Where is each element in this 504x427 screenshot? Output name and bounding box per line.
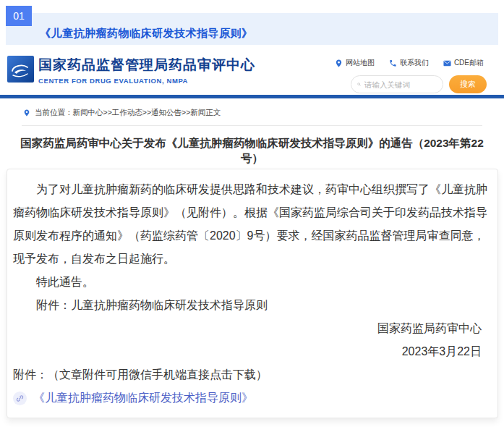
site-brand: 国家药品监督管理局药品审评中心 CENTER FOR DRUG EVALUATI… xyxy=(38,56,255,85)
site-name-en: CENTER FOR DRUG EVALUATION, NMPA xyxy=(38,77,255,85)
promo-band: 《儿童抗肿瘤药物临床研发技术指导原则》 xyxy=(6,13,498,45)
phone-icon xyxy=(389,59,397,67)
search-button[interactable]: 搜索 xyxy=(449,75,487,93)
search-box[interactable] xyxy=(351,75,443,93)
sitemap-link-label: 网站地图 xyxy=(346,58,375,68)
breadcrumb-separator xyxy=(22,125,482,126)
attachment-link-text: 《儿童抗肿瘤药物临床研发技术指导原则》 xyxy=(33,386,253,410)
cde-mail-link[interactable]: CDE邮箱 xyxy=(443,58,484,68)
promo-title: 《儿童抗肿瘤药物临床研发技术指导原则》 xyxy=(6,18,253,41)
header-links: 网站地图 联系我们 CDE邮箱 xyxy=(335,58,484,68)
site-header: 国家药品监督管理局药品审评中心 CENTER FOR DRUG EVALUATI… xyxy=(0,45,504,95)
notice-attachment-line: 附件：儿童抗肿瘤药物临床研发技术指导原则 xyxy=(13,294,487,317)
search-input[interactable] xyxy=(364,80,437,89)
search-row: 搜索 xyxy=(351,75,487,93)
attachment-download-link[interactable]: 《儿童抗肿瘤药物临床研发技术指导原则》 xyxy=(13,386,487,410)
envelope-icon xyxy=(443,59,451,67)
site-name-cn: 国家药品监督管理局药品审评中心 xyxy=(38,56,255,75)
attachment-note: 附件：（文章附件可用微信手机端直接点击下载） xyxy=(13,363,487,386)
notice-card: 为了对儿童抗肿瘤新药的临床研发提供思路和技术建议，药审中心组织撰写了《儿童抗肿瘤… xyxy=(7,169,498,418)
sitemap-link[interactable]: 网站地图 xyxy=(335,58,375,68)
contact-link[interactable]: 联系我们 xyxy=(389,58,429,68)
notice-body-paragraph: 为了对儿童抗肿瘤新药的临床研发提供思路和技术建议，药审中心组织撰写了《儿童抗肿瘤… xyxy=(13,178,487,271)
article-title: 国家药监局药审中心关于发布《儿童抗肿瘤药物临床研发技术指导原则》的通告（2023… xyxy=(0,136,504,166)
location-pin-icon xyxy=(335,59,343,67)
link-badge xyxy=(13,392,27,405)
breadcrumb[interactable]: 当前位置：新闻中心>>工作动态>>通知公告>>新闻正文 xyxy=(0,98,504,124)
cde-mail-link-label: CDE邮箱 xyxy=(454,58,484,68)
notice-signer: 国家药监局药审中心 xyxy=(13,317,487,340)
notice-closing: 特此通告。 xyxy=(13,271,487,294)
search-icon xyxy=(357,80,361,88)
promo-number-badge: 01 xyxy=(6,6,32,26)
cde-logo-icon xyxy=(7,56,34,83)
contact-link-label: 联系我们 xyxy=(400,58,429,68)
location-pin-icon xyxy=(23,109,30,117)
link-icon xyxy=(16,394,24,402)
breadcrumb-text: 当前位置：新闻中心>>工作动态>>通知公告>>新闻正文 xyxy=(35,108,221,118)
notice-sign-date: 2023年3月22日 xyxy=(13,340,487,363)
promo-strip: 01 《儿童抗肿瘤药物临床研发技术指导原则》 xyxy=(0,0,504,45)
